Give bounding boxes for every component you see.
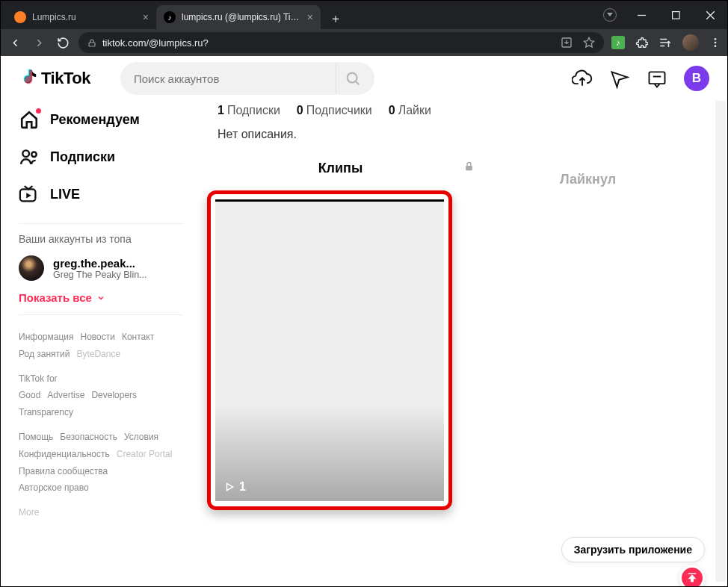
account-username: greg.the.peak... bbox=[53, 257, 147, 270]
lock-icon bbox=[87, 38, 96, 48]
footer-link[interactable]: Developers bbox=[91, 390, 137, 400]
browser-tab-1[interactable]: Lumpics.ru × bbox=[7, 5, 156, 29]
footer-link[interactable]: Новости bbox=[80, 332, 114, 342]
footer-link[interactable]: Помощь bbox=[19, 432, 53, 442]
svg-rect-5 bbox=[89, 43, 95, 46]
browser-menu-icon[interactable] bbox=[709, 37, 721, 49]
play-icon bbox=[224, 482, 235, 492]
scroll-top-button[interactable] bbox=[679, 565, 705, 587]
nav-live[interactable]: LIVE bbox=[19, 176, 183, 213]
nav-back-button[interactable] bbox=[7, 37, 23, 49]
install-app-icon[interactable] bbox=[561, 37, 573, 49]
footer-link[interactable]: Advertise bbox=[47, 390, 84, 400]
stat-following[interactable]: 1Подписки bbox=[218, 104, 280, 117]
svg-point-20 bbox=[31, 152, 37, 158]
people-icon bbox=[19, 147, 40, 167]
bookmark-star-icon[interactable] bbox=[583, 37, 595, 49]
close-icon[interactable]: × bbox=[307, 11, 313, 23]
svg-point-14 bbox=[348, 73, 357, 83]
browser-tabbar: Lumpics.ru × ♪ lumpics.ru (@lumpics.ru) … bbox=[1, 1, 727, 29]
search-box[interactable] bbox=[120, 62, 374, 95]
new-tab-button[interactable]: ＋ bbox=[325, 8, 346, 29]
footer-link[interactable]: ByteDance bbox=[76, 349, 120, 359]
nav-forward-button[interactable] bbox=[31, 37, 47, 49]
browser-profile-avatar[interactable] bbox=[682, 34, 699, 51]
browser-toolbar: tiktok.com/@lumpics.ru? ♪ bbox=[1, 29, 727, 56]
footer-more[interactable]: More bbox=[19, 504, 183, 521]
search-input[interactable] bbox=[134, 72, 331, 85]
account-displayname: Greg The Peaky Blin... bbox=[53, 270, 147, 280]
stat-followers[interactable]: 0Подписчики bbox=[297, 104, 372, 117]
profile-tabs: Клипы Лайкнул bbox=[218, 161, 709, 193]
tab-liked[interactable]: Лайкнул bbox=[463, 161, 709, 193]
profile-bio: Нет описания. bbox=[218, 128, 709, 141]
divider bbox=[19, 314, 183, 315]
address-bar[interactable]: tiktok.com/@lumpics.ru? bbox=[78, 32, 604, 53]
suggested-account[interactable]: greg.the.peak... Greg The Peaky Blin... bbox=[19, 255, 183, 281]
nav-following[interactable]: Подписки bbox=[19, 138, 183, 176]
account-switcher-icon[interactable] bbox=[603, 8, 617, 22]
footer-link[interactable]: Правила сообщества bbox=[19, 466, 108, 476]
nav-recommended[interactable]: Рекомендуем bbox=[19, 101, 183, 138]
lock-icon bbox=[463, 161, 709, 172]
svg-marker-22 bbox=[26, 193, 31, 198]
show-all-link[interactable]: Показать все bbox=[19, 291, 183, 304]
upload-icon[interactable] bbox=[572, 69, 591, 88]
footer-link[interactable]: Transparency bbox=[19, 407, 73, 417]
nav-label: LIVE bbox=[50, 187, 80, 202]
globe-icon bbox=[14, 11, 26, 23]
browser-tab-2[interactable]: ♪ lumpics.ru (@lumpics.ru) TikTok | × bbox=[156, 5, 321, 29]
divider bbox=[19, 223, 183, 224]
footer-link[interactable]: Информация bbox=[19, 332, 73, 342]
notification-dot-icon bbox=[36, 108, 41, 114]
account-avatar-icon bbox=[19, 255, 44, 281]
tab-videos[interactable]: Клипы bbox=[218, 161, 463, 193]
music-note-icon bbox=[19, 68, 38, 89]
svg-rect-23 bbox=[466, 166, 472, 170]
footer-link[interactable]: Безопасность bbox=[60, 432, 117, 442]
active-tab-underline bbox=[215, 199, 444, 202]
window-close-button[interactable] bbox=[693, 3, 727, 27]
profile-stats: 1Подписки 0Подписчики 0Лайки bbox=[218, 104, 709, 117]
profile-avatar[interactable]: B bbox=[684, 66, 709, 91]
views-count: 1 bbox=[239, 480, 246, 494]
search-button[interactable] bbox=[336, 63, 370, 93]
extension-music-icon[interactable]: ♪ bbox=[611, 36, 625, 49]
svg-rect-2 bbox=[672, 11, 679, 19]
live-icon bbox=[19, 185, 40, 203]
messages-icon[interactable] bbox=[609, 69, 629, 88]
svg-line-15 bbox=[356, 81, 360, 85]
svg-point-11 bbox=[715, 38, 717, 40]
footer-link[interactable]: Контакт bbox=[122, 332, 154, 342]
video-views: 1 bbox=[224, 480, 246, 494]
svg-rect-17 bbox=[650, 72, 665, 84]
chevron-down-icon bbox=[96, 294, 105, 302]
footer-link[interactable]: Род занятий bbox=[19, 349, 70, 359]
nav-label: Подписки bbox=[50, 149, 115, 165]
tiktok-favicon-icon: ♪ bbox=[164, 11, 176, 23]
svg-rect-25 bbox=[688, 573, 697, 574]
footer-link[interactable]: Creator Portal bbox=[117, 449, 173, 459]
tab-title: lumpics.ru (@lumpics.ru) TikTok | bbox=[182, 12, 301, 22]
svg-marker-7 bbox=[584, 37, 593, 47]
footer-link[interactable]: Конфиденциальность bbox=[19, 449, 110, 459]
tiktok-logo[interactable]: TikTok bbox=[19, 68, 90, 89]
svg-point-19 bbox=[22, 150, 29, 157]
window-maximize-button[interactable] bbox=[658, 3, 693, 27]
download-app-button[interactable]: Загрузить приложение bbox=[561, 537, 705, 562]
inbox-icon[interactable] bbox=[647, 69, 666, 88]
footer-link[interactable]: Авторское право bbox=[19, 482, 89, 493]
extensions-icon[interactable] bbox=[635, 37, 648, 49]
home-icon bbox=[19, 110, 40, 129]
nav-reload-button[interactable] bbox=[55, 37, 71, 49]
video-thumbnail[interactable]: 1 bbox=[215, 199, 444, 501]
tab-liked-label: Лайкнул bbox=[560, 172, 616, 187]
tab-title: Lumpics.ru bbox=[32, 12, 137, 22]
footer-link[interactable]: Условия bbox=[124, 432, 158, 442]
window-minimize-button[interactable] bbox=[624, 3, 658, 27]
stat-likes[interactable]: 0Лайки bbox=[389, 104, 431, 117]
close-icon[interactable]: × bbox=[143, 11, 149, 23]
svg-point-12 bbox=[715, 42, 717, 44]
reading-list-icon[interactable] bbox=[658, 36, 672, 49]
svg-marker-24 bbox=[227, 483, 233, 490]
